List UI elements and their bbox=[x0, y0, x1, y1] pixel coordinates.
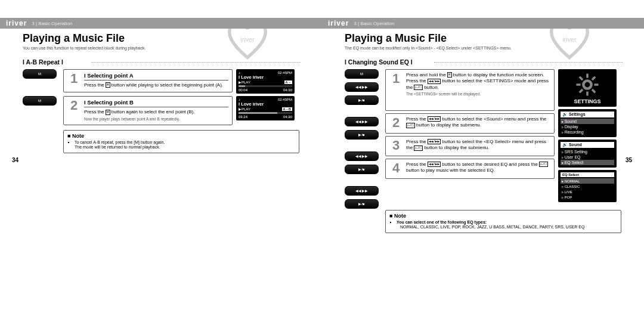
step-tiny: The <SETTINGS> screen will be displayed. bbox=[406, 92, 550, 96]
step-desc: Press the ◀◀/▶▶ button to select the <EQ… bbox=[406, 139, 550, 151]
svg-line-8 bbox=[592, 89, 595, 92]
section-title: I Changing Sound EQ I bbox=[345, 58, 621, 66]
note-item: You can select one of the following EQ t… bbox=[397, 220, 617, 224]
top-bar: iriver 3 | Basic Operation bbox=[322, 18, 644, 29]
gear-icon bbox=[574, 72, 600, 98]
step-number: 1 bbox=[67, 72, 80, 88]
inline-prevnext-icon: ◀◀/▶▶ bbox=[428, 139, 441, 144]
step-row: M 1 I Selecting point A Press the M butt… bbox=[23, 69, 233, 92]
page-title: Playing a Music File bbox=[23, 32, 322, 45]
brand-logo: iriver bbox=[6, 19, 27, 27]
step-desc: Press the ◀◀/▶▶ button to select the des… bbox=[406, 162, 550, 174]
note-head: Note bbox=[67, 133, 295, 139]
top-bar: iriver 3 | Basic Operation bbox=[0, 18, 322, 29]
device-screen-settings: SETTINGS bbox=[558, 69, 617, 107]
step-desc: Press the ◀◀/▶▶ button to select the <So… bbox=[406, 116, 550, 129]
step-tiny: Now the player plays between point A and… bbox=[84, 117, 228, 121]
device-button-play-stop: ▶/■ bbox=[345, 95, 379, 105]
step-number: 4 bbox=[389, 162, 402, 175]
step-box: 2 I Selecting point B Press the M button… bbox=[63, 96, 233, 125]
inline-prevnext-icon: ◀◀/▶▶ bbox=[428, 79, 441, 84]
step-box: 2 Press the ◀◀/▶▶ button to select the <… bbox=[385, 113, 555, 134]
page-left: iriver iriver 3 | Basic Operation Playin… bbox=[0, 0, 322, 322]
device-screen-menu: 🔊 Settings Sound Display Recording bbox=[558, 109, 617, 137]
device-screen-menu: EQ Select NORMAL CLASSIC LIVE POP bbox=[558, 170, 617, 202]
device-screen: ♪02:45PM I Love iriver ▶PLAYA↔B 03:2404:… bbox=[236, 96, 295, 120]
step-number: 2 bbox=[67, 99, 80, 120]
device-button-m: M bbox=[23, 96, 57, 106]
inline-playstop-icon: ▷/□ bbox=[414, 145, 423, 151]
svg-line-9 bbox=[592, 77, 595, 80]
step-number: 1 bbox=[389, 72, 402, 107]
inline-prevnext-icon: ◀◀/▶▶ bbox=[428, 162, 441, 167]
section-sound-eq: I Changing Sound EQ I M ◀◀ ▶▶ ▶/■ ◀◀ ▶▶ … bbox=[345, 58, 621, 233]
breadcrumb: 3 | Basic Operation bbox=[354, 21, 394, 26]
device-button-play-stop: ▶/■ bbox=[345, 165, 379, 174]
device-button-m: M bbox=[345, 69, 379, 79]
step-desc: Press the M button again to select the e… bbox=[84, 109, 228, 115]
inline-m-icon: M bbox=[106, 110, 110, 115]
step-box: 1 I Selecting point A Press the M button… bbox=[63, 69, 233, 92]
device-button-play-stop: ▶/■ bbox=[345, 199, 379, 209]
note-item: The mode will be returned to normal play… bbox=[67, 145, 295, 149]
screenshots-col: ♪02:45PM I Love iriver ▶PLAYA→ 00:0404:3… bbox=[236, 69, 299, 120]
step-desc: Press the M button while playing to sele… bbox=[84, 82, 228, 88]
note-block: Note You can select one of the following… bbox=[385, 210, 621, 233]
step-box: 4 Press the ◀◀/▶▶ button to select the d… bbox=[385, 159, 555, 179]
svg-point-11 bbox=[585, 82, 590, 88]
svg-line-7 bbox=[580, 77, 583, 80]
svg-line-10 bbox=[580, 89, 583, 92]
screenshots-col: SETTINGS 🔊 Settings Sound Display Record… bbox=[558, 69, 621, 202]
page-right: iriver iriver 3 | Basic Operation Playin… bbox=[322, 0, 644, 322]
step-number: 3 bbox=[389, 139, 402, 152]
step-number: 2 bbox=[389, 116, 402, 129]
section-ab-repeat: I A-B Repeat I M 1 I Selecting point A P… bbox=[23, 58, 299, 153]
breadcrumb: 3 | Basic Operation bbox=[32, 21, 72, 26]
device-button-prev-next: ◀◀ ▶▶ bbox=[345, 117, 379, 126]
inline-playstop-icon: ▷/□ bbox=[406, 123, 415, 128]
device-screen-menu: 🔊 Sound SRS Setting User EQ EQ Select bbox=[558, 140, 617, 168]
inline-prevnext-icon: ◀◀/▶▶ bbox=[428, 116, 441, 122]
page-number: 35 bbox=[626, 157, 632, 163]
step-desc: Press and hold the M button to display t… bbox=[406, 72, 550, 91]
step-row: M 2 I Selecting point B Press the M butt… bbox=[23, 96, 233, 125]
note-item: NORMAL, CLASSIC, LIVE, POP, ROCK, JAZZ, … bbox=[389, 225, 617, 229]
inline-m-icon: M bbox=[447, 72, 452, 78]
page-subtitle: You can use this function to repeat sele… bbox=[23, 46, 322, 50]
page-number: 34 bbox=[12, 157, 18, 163]
note-head: Note bbox=[389, 213, 617, 219]
brand-logo: iriver bbox=[328, 19, 349, 27]
inline-playstop-icon: ▷/□ bbox=[414, 85, 423, 90]
device-button-m: M bbox=[23, 69, 57, 79]
step-box: 1 Press and hold the M button to display… bbox=[385, 69, 555, 111]
note-item: To cancel A-B repeat, press the [M] butt… bbox=[75, 140, 295, 144]
device-button-play-stop: ▶/■ bbox=[345, 130, 379, 140]
device-button-prev-next: ◀◀ ▶▶ bbox=[345, 151, 379, 161]
page-title: Playing a Music File bbox=[345, 32, 644, 45]
device-button-prev-next: ◀◀ ▶▶ bbox=[345, 186, 379, 196]
section-title: I A-B Repeat I bbox=[23, 58, 299, 66]
page-subtitle: The EQ mode can be modified only in <Sou… bbox=[345, 46, 644, 50]
step-box: 3 Press the ◀◀/▶▶ button to select the <… bbox=[385, 136, 555, 156]
note-block: Note To cancel A-B repeat, press the [M]… bbox=[63, 130, 299, 153]
device-screen: ♪02:45PM I Love iriver ▶PLAYA→ 00:0404:3… bbox=[236, 69, 295, 94]
inline-m-icon: M bbox=[106, 82, 110, 88]
step-title: I Selecting point B bbox=[84, 99, 228, 107]
step-title: I Selecting point A bbox=[84, 72, 228, 80]
device-button-prev-next: ◀◀ ▶▶ bbox=[345, 82, 379, 92]
inline-playstop-icon: ▷/□ bbox=[539, 162, 548, 167]
